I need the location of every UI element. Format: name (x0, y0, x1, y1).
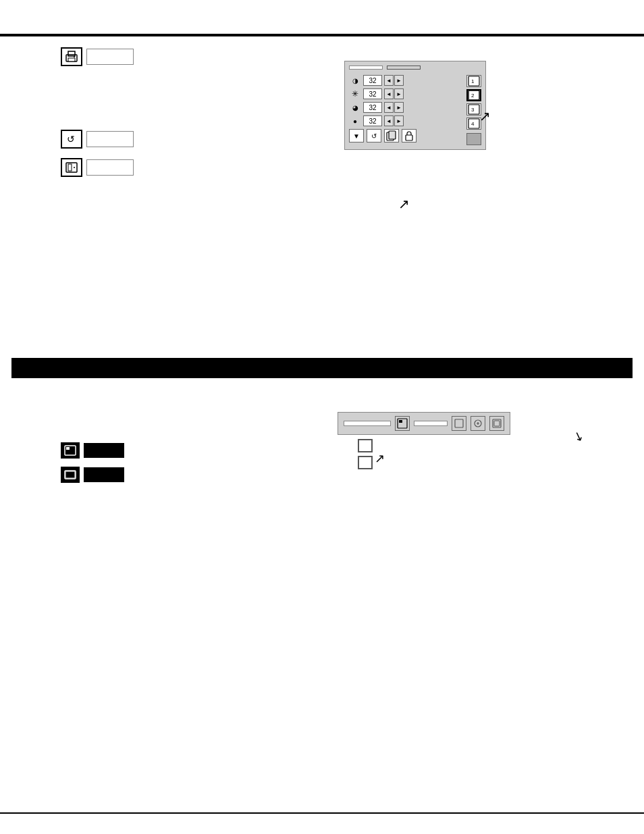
slider-1-dec[interactable]: ◄ (384, 75, 394, 86)
svg-rect-27 (65, 471, 75, 478)
slider-3-value: 32 (363, 102, 382, 113)
icon-row-2-label (86, 131, 134, 147)
section-divider-bar (11, 358, 633, 378)
slider-row-3: ◕ 32 ◄ ► (349, 102, 462, 113)
toolbar-icon-3[interactable] (489, 416, 504, 431)
top-border (0, 34, 644, 36)
slider-1-arrows: ◄ ► (384, 75, 404, 86)
tb-icon2-svg (473, 419, 483, 428)
tint-icon: ● (349, 115, 361, 126)
lower-small-squares (358, 439, 373, 469)
add-svg (397, 418, 408, 429)
svg-rect-26 (65, 471, 76, 479)
tb-icon3-svg (492, 419, 502, 428)
svg-rect-20 (399, 420, 402, 423)
icon-row-1-label (86, 49, 134, 65)
lower-icon1-svg (64, 445, 76, 456)
slider-row-1: ◑ 32 ◄ ► (349, 75, 462, 86)
lower-icon-row-1 (61, 442, 124, 459)
annotation-arrow-squares: ↗ (375, 451, 385, 466)
icon-row-3-label (86, 159, 134, 176)
store-button[interactable] (349, 66, 383, 70)
lower-small-square-1[interactable] (358, 439, 373, 452)
undo-svg: ↺ (65, 133, 78, 145)
slider-3-arrows: ◄ ► (384, 102, 404, 113)
svg-text:1: 1 (471, 78, 475, 84)
icon-row-3 (61, 158, 134, 177)
normal-button[interactable] (344, 421, 391, 426)
svg-text:3: 3 (471, 107, 475, 113)
svg-rect-1 (68, 51, 75, 56)
normal-toolbar (338, 412, 510, 435)
printer-icon[interactable] (61, 47, 82, 66)
upper-left-icons: ↺ (61, 41, 134, 186)
image1-button[interactable] (387, 66, 421, 70)
slot1-svg: 1 (468, 76, 480, 86)
image-adjustment-panel: ◑ 32 ◄ ► ✳ 32 ◄ ► ◕ 32 (344, 61, 486, 150)
copy-svg (386, 130, 397, 141)
lower-small-square-2[interactable] (358, 456, 373, 469)
annotation-arrow-toolbar: ↘ (572, 427, 587, 445)
lower-icon2-svg (64, 469, 76, 480)
svg-rect-19 (398, 419, 407, 428)
lower-icon-1-label (84, 443, 124, 458)
icon-row-2: ↺ (61, 130, 134, 149)
image-slot-1[interactable]: 1 (466, 75, 481, 87)
dropdown-btn[interactable]: ▼ (349, 129, 364, 142)
undo-icon[interactable]: ↺ (61, 130, 82, 149)
brightness-icon: ◑ (349, 75, 361, 86)
svg-rect-21 (455, 419, 463, 427)
toolbar-icon-2[interactable] (471, 416, 485, 431)
slider-4-value: 32 (363, 115, 382, 126)
color-icon: ◕ (349, 102, 361, 113)
svg-rect-6 (68, 164, 72, 171)
auto-button[interactable] (414, 421, 448, 426)
svg-rect-23 (494, 421, 500, 426)
copy-btn[interactable] (384, 129, 399, 142)
panel-bottom-icons: ▼ ↺ (349, 129, 462, 142)
slider-1-inc[interactable]: ► (394, 75, 404, 86)
toolbar-icon-1[interactable] (452, 416, 466, 431)
annotation-arrow-1: ↗ (479, 108, 491, 124)
icon-row-1 (61, 47, 134, 66)
lower-icon-row-2 (61, 467, 124, 483)
slot2-svg: 2 (468, 90, 480, 101)
slider-2-value: 32 (363, 88, 382, 99)
slider-1-value: 32 (363, 75, 382, 86)
sliders-col: ◑ 32 ◄ ► ✳ 32 ◄ ► ◕ 32 (349, 75, 462, 145)
svg-rect-9 (389, 131, 396, 139)
slider-3-dec[interactable]: ◄ (384, 102, 394, 113)
svg-point-7 (74, 167, 75, 168)
lock-svg (404, 130, 414, 141)
save-slot-icon[interactable] (466, 133, 481, 145)
svg-rect-25 (66, 447, 70, 450)
slot4-svg: 4 (468, 118, 480, 129)
slider-row-2: ✳ 32 ◄ ► (349, 88, 462, 99)
slider-2-inc[interactable]: ► (394, 88, 404, 99)
annotation-arrow-2: ↗ (398, 196, 410, 212)
svg-text:4: 4 (471, 121, 475, 127)
lower-icon-1-box[interactable] (61, 442, 80, 459)
lower-icon-2-label (84, 467, 124, 482)
sharpness-icon: ✳ (349, 88, 361, 99)
add-icon-btn[interactable] (395, 416, 410, 431)
slider-3-inc[interactable]: ► (394, 102, 404, 113)
image-slot-2[interactable]: 2 (466, 89, 481, 101)
reset-btn[interactable]: ↺ (367, 129, 381, 142)
lock-btn[interactable] (402, 129, 417, 142)
printer-svg (65, 51, 78, 63)
svg-rect-2 (68, 58, 75, 61)
slider-row-4: ● 32 ◄ ► (349, 115, 462, 126)
panel-svg (65, 161, 78, 174)
slider-4-dec[interactable]: ◄ (384, 115, 394, 126)
slider-2-arrows: ◄ ► (384, 88, 404, 99)
slider-2-dec[interactable]: ◄ (384, 88, 394, 99)
tb-icon1-svg (454, 419, 464, 428)
slider-4-inc[interactable]: ► (394, 115, 404, 126)
lower-icon-2-box[interactable] (61, 467, 80, 483)
panel-body: ◑ 32 ◄ ► ✳ 32 ◄ ► ◕ 32 (349, 75, 481, 145)
lower-left-icons (61, 442, 124, 491)
svg-point-3 (74, 56, 75, 57)
panel-icon[interactable] (61, 158, 82, 177)
bottom-border (0, 812, 644, 814)
